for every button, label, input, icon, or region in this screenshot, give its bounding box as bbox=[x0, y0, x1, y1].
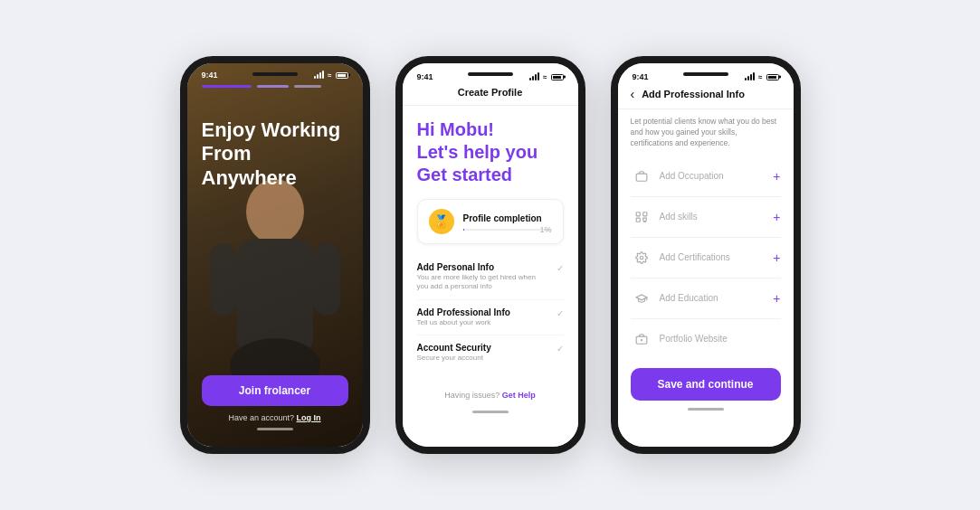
phone-2-create-profile: 9:41 ≈ Create Profile Hi Mobu! bbox=[395, 56, 585, 454]
education-label: Add Education bbox=[660, 293, 766, 303]
briefcase-icon bbox=[631, 165, 652, 187]
skills-item[interactable]: Add skills + bbox=[631, 197, 781, 238]
status-bar-3: 9:41 ≈ bbox=[618, 63, 794, 83]
graduation-icon bbox=[631, 288, 652, 309]
checklist-item-professional[interactable]: Add Professional Info Tell us about your… bbox=[417, 300, 564, 335]
add-certifications-button[interactable]: + bbox=[773, 250, 780, 265]
login-link[interactable]: Log In bbox=[297, 413, 321, 422]
checklist-title-personal: Add Personal Info bbox=[417, 262, 549, 272]
phone-1-freelancer: 9:41 ≈ bbox=[180, 56, 370, 454]
status-time-2: 9:41 bbox=[417, 72, 433, 81]
tools-icon bbox=[631, 206, 652, 228]
checklist-sub-security: Secure your account bbox=[417, 354, 549, 363]
add-education-button[interactable]: + bbox=[773, 291, 780, 306]
svg-point-9 bbox=[640, 256, 643, 260]
back-button[interactable]: ‹ bbox=[631, 87, 635, 101]
save-continue-button[interactable]: Save and continue bbox=[631, 368, 781, 401]
screen-title-2: Create Profile bbox=[458, 87, 523, 98]
portfolio-item[interactable]: Portfolio Website bbox=[631, 319, 781, 359]
screen-subtitle-3: Let potential clients know what you do b… bbox=[618, 109, 794, 156]
screen-header-3: ‹ Add Professional Info bbox=[618, 83, 794, 109]
completion-label: Profile completion bbox=[463, 213, 542, 223]
portfolio-icon bbox=[631, 328, 652, 350]
get-help-link[interactable]: Get Help bbox=[502, 391, 536, 400]
svg-rect-8 bbox=[642, 212, 646, 215]
checklist: Add Personal Info You are more likely to… bbox=[417, 255, 564, 371]
certifications-item[interactable]: Add Certifications + bbox=[631, 238, 781, 279]
checklist-title-security: Account Security bbox=[417, 343, 549, 353]
medal-icon: 🏅 bbox=[429, 209, 454, 234]
education-item[interactable]: Add Education + bbox=[631, 279, 781, 319]
greeting-heading: Hi Mobu! Let's help you Get started bbox=[417, 118, 564, 186]
gear-icon bbox=[631, 247, 652, 269]
portfolio-label: Portfolio Website bbox=[660, 334, 781, 344]
completion-pct: 1% bbox=[539, 225, 551, 234]
add-skills-button[interactable]: + bbox=[773, 210, 780, 224]
profile-completion-card: 🏅 Profile completion 1% bbox=[417, 199, 564, 244]
check-professional: ✓ bbox=[557, 308, 564, 318]
screen-header-2: Create Profile bbox=[403, 83, 578, 106]
occupation-item[interactable]: Add Occupation + bbox=[631, 156, 781, 197]
add-occupation-button[interactable]: + bbox=[773, 169, 780, 184]
status-time-3: 9:41 bbox=[633, 72, 649, 81]
checklist-title-professional: Add Professional Info bbox=[417, 307, 549, 317]
svg-rect-6 bbox=[636, 212, 640, 215]
certifications-label: Add Certifications bbox=[660, 252, 766, 262]
checklist-item-security: Account Security Secure your account ✓ bbox=[417, 335, 564, 370]
check-personal: ✓ bbox=[557, 263, 564, 273]
have-account-text: Have an account? Log In bbox=[202, 413, 348, 422]
info-list: Add Occupation + Add skills + bbox=[618, 156, 794, 359]
skills-label: Add skills bbox=[660, 212, 766, 222]
hero-heading: Enjoy Working From Anywhere bbox=[202, 118, 348, 190]
footer-help: Having issues? Get Help bbox=[403, 383, 578, 407]
checklist-sub-personal: You are more likely to get hired when yo… bbox=[417, 273, 549, 292]
join-button[interactable]: Join frolancer bbox=[202, 375, 348, 406]
screen-title-3: Add Professional Info bbox=[642, 89, 745, 99]
status-time: 9:41 bbox=[202, 71, 218, 80]
completion-bar-fill bbox=[463, 229, 464, 231]
checklist-sub-professional: Tell us about your work bbox=[417, 318, 549, 327]
occupation-label: Add Occupation bbox=[660, 171, 766, 181]
checklist-item-personal: Add Personal Info You are more likely to… bbox=[417, 255, 564, 300]
check-security: ✓ bbox=[557, 344, 564, 354]
status-bar-2: 9:41 ≈ bbox=[403, 63, 578, 83]
svg-rect-5 bbox=[636, 174, 647, 181]
status-bar: 9:41 ≈ bbox=[187, 63, 363, 81]
phone-3-professional-info: 9:41 ≈ ‹ Add Professional Info bbox=[611, 56, 801, 454]
svg-rect-7 bbox=[636, 218, 640, 222]
